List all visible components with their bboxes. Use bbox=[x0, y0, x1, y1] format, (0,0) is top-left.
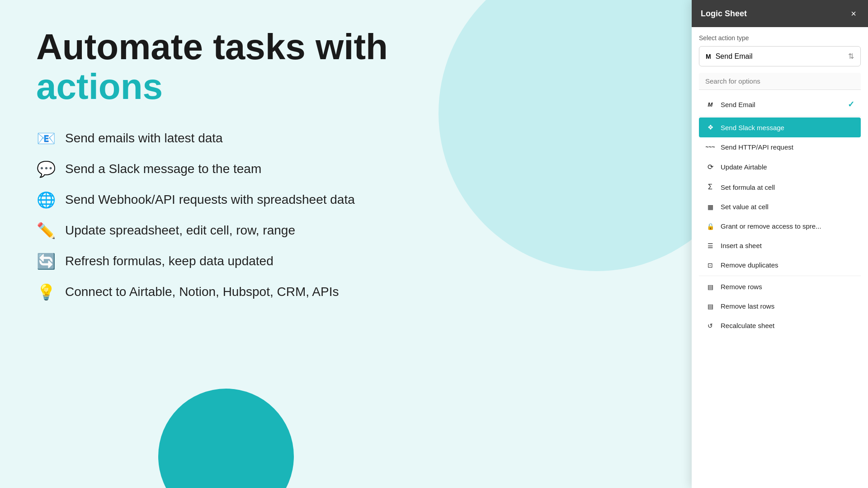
search-input[interactable] bbox=[699, 73, 861, 90]
option-icon-remove-last-rows: ▤ bbox=[705, 303, 715, 310]
option-label-grant-remove: Grant or remove access to spre... bbox=[721, 222, 821, 230]
option-icon-grant-remove: 🔒 bbox=[705, 223, 715, 230]
feature-icon: 💡 bbox=[36, 283, 56, 301]
chevron-icon: ⇅ bbox=[848, 52, 854, 61]
feature-text: Send a Slack message to the team bbox=[65, 162, 261, 176]
feature-text: Send Webhook/API requests with spreadshe… bbox=[65, 192, 355, 207]
option-item-grant-remove[interactable]: 🔒 Grant or remove access to spre... bbox=[699, 216, 861, 236]
option-label-send-slack: Send Slack message bbox=[721, 124, 784, 131]
option-label-remove-last-rows: Remove last rows bbox=[721, 302, 774, 310]
feature-item: ✏️ Update spreadsheet, edit cell, row, r… bbox=[36, 221, 443, 239]
option-item-remove-dupes[interactable]: ⊡ Remove duplicates bbox=[699, 255, 861, 275]
feature-list: 📧 Send emails with latest data 💬 Send a … bbox=[36, 129, 443, 301]
option-label-set-value: Set value at cell bbox=[721, 203, 769, 211]
option-icon-recalculate: ↺ bbox=[705, 322, 715, 329]
dropdown-icon: M bbox=[706, 53, 711, 60]
feature-item: 🔄 Refresh formulas, keep data updated bbox=[36, 252, 443, 270]
option-icon-set-value: ▦ bbox=[705, 203, 715, 211]
option-item-set-value[interactable]: ▦ Set value at cell bbox=[699, 197, 861, 216]
option-icon-remove-rows: ▤ bbox=[705, 283, 715, 291]
feature-item: 💡 Connect to Airtable, Notion, Hubspot, … bbox=[36, 283, 443, 301]
option-item-send-http[interactable]: ~~~ Send HTTP/API request bbox=[699, 137, 861, 157]
dropdown-left: M Send Email bbox=[706, 52, 753, 61]
option-label-insert-sheet: Insert a sheet bbox=[721, 242, 762, 249]
option-item-remove-rows[interactable]: ▤ Remove rows bbox=[699, 277, 861, 296]
feature-icon: 💬 bbox=[36, 160, 56, 178]
main-content: Automate tasks with actions 📧 Send email… bbox=[36, 27, 443, 314]
feature-text: Update spreadsheet, edit cell, row, rang… bbox=[65, 223, 295, 238]
option-label-remove-rows: Remove rows bbox=[721, 283, 762, 291]
option-label-send-http: Send HTTP/API request bbox=[721, 143, 793, 151]
panel-body: Select action type M Send Email ⇅ M Send… bbox=[692, 27, 868, 488]
feature-icon: ✏️ bbox=[36, 221, 56, 239]
option-icon-insert-sheet: ☰ bbox=[705, 242, 715, 249]
logic-sheet-panel: Logic Sheet × Select action type M Send … bbox=[692, 0, 868, 488]
feature-icon: 📧 bbox=[36, 129, 56, 147]
option-icon-send-email: M bbox=[705, 101, 715, 108]
action-type-dropdown[interactable]: M Send Email ⇅ bbox=[699, 46, 861, 66]
option-item-set-formula[interactable]: Σ Set formula at cell bbox=[699, 177, 861, 197]
feature-text: Refresh formulas, keep data updated bbox=[65, 254, 274, 268]
feature-icon: 🔄 bbox=[36, 252, 56, 270]
feature-item: 🌐 Send Webhook/API requests with spreads… bbox=[36, 191, 443, 209]
divider bbox=[699, 276, 861, 276]
panel-header: Logic Sheet × bbox=[692, 0, 868, 27]
option-item-update-airtable[interactable]: ⟳ Update Airtable bbox=[699, 157, 861, 177]
option-check-icon: ✓ bbox=[848, 99, 854, 109]
option-label-update-airtable: Update Airtable bbox=[721, 163, 767, 171]
bg-circle-bottom-decoration bbox=[158, 389, 294, 488]
headline-line1: Automate tasks with bbox=[36, 27, 443, 67]
option-item-remove-last-rows[interactable]: ▤ Remove last rows bbox=[699, 296, 861, 316]
option-label-recalculate: Recalculate sheet bbox=[721, 322, 774, 329]
divider bbox=[699, 116, 861, 117]
option-label-send-email: Send Email bbox=[721, 101, 755, 108]
option-item-insert-sheet[interactable]: ☰ Insert a sheet bbox=[699, 236, 861, 255]
panel-close-button[interactable]: × bbox=[848, 8, 859, 19]
option-item-send-email[interactable]: M Send Email ✓ bbox=[699, 94, 861, 115]
option-label-set-formula: Set formula at cell bbox=[721, 183, 775, 191]
dropdown-selected-value: Send Email bbox=[716, 52, 753, 61]
options-list: M Send Email ✓ ❖ Send Slack message ~~~ … bbox=[699, 94, 861, 335]
option-icon-send-http: ~~~ bbox=[705, 144, 715, 150]
feature-icon: 🌐 bbox=[36, 191, 56, 209]
panel-title: Logic Sheet bbox=[701, 9, 747, 19]
option-label-remove-dupes: Remove duplicates bbox=[721, 261, 778, 269]
option-item-send-slack[interactable]: ❖ Send Slack message bbox=[699, 117, 861, 137]
option-item-recalculate[interactable]: ↺ Recalculate sheet bbox=[699, 316, 861, 335]
section-label: Select action type bbox=[699, 34, 861, 42]
option-icon-send-slack: ❖ bbox=[705, 123, 715, 131]
feature-text: Send emails with latest data bbox=[65, 131, 223, 145]
feature-text: Connect to Airtable, Notion, Hubspot, CR… bbox=[65, 285, 339, 299]
headline-line2: actions bbox=[36, 67, 443, 107]
feature-item: 💬 Send a Slack message to the team bbox=[36, 160, 443, 178]
feature-item: 📧 Send emails with latest data bbox=[36, 129, 443, 147]
option-icon-remove-dupes: ⊡ bbox=[705, 262, 715, 269]
option-icon-update-airtable: ⟳ bbox=[705, 163, 715, 171]
option-icon-set-formula: Σ bbox=[705, 183, 715, 191]
